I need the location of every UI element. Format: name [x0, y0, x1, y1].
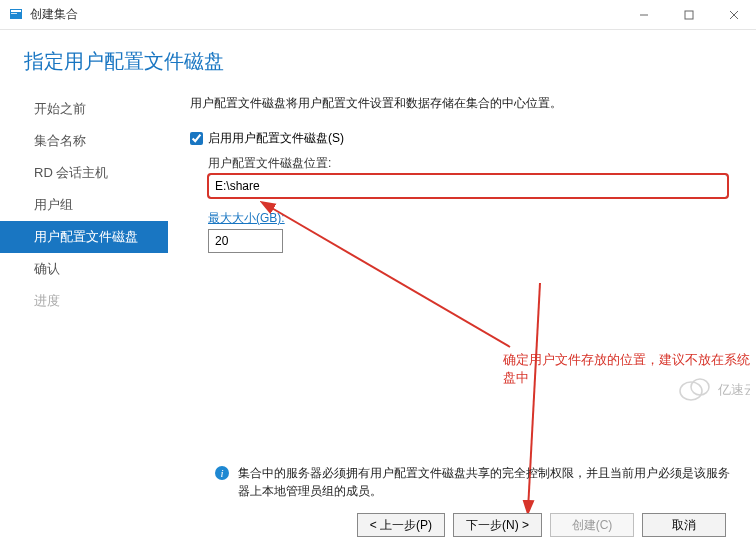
- info-row: i 集合中的服务器必须拥有用户配置文件磁盘共享的完全控制权限，并且当前用户必须是…: [214, 464, 734, 500]
- create-button: 创建(C): [550, 513, 634, 537]
- maxsize-label-link[interactable]: 最大大小(GB):: [208, 211, 285, 225]
- maximize-button[interactable]: [666, 0, 711, 30]
- svg-text:i: i: [220, 467, 223, 479]
- watermark: 亿速云: [678, 374, 750, 405]
- sidebar-item-rdhost[interactable]: RD 会话主机: [0, 157, 168, 189]
- sidebar-item-usergroup[interactable]: 用户组: [0, 189, 168, 221]
- maxsize-label: 最大大小(GB):: [208, 210, 728, 227]
- info-text: 集合中的服务器必须拥有用户配置文件磁盘共享的完全控制权限，并且当前用户必须是该服…: [238, 464, 734, 500]
- titlebar: 创建集合: [0, 0, 756, 30]
- svg-rect-4: [685, 11, 693, 19]
- button-row: < 上一步(P) 下一步(N) > 创建(C) 取消: [357, 513, 726, 537]
- sidebar-item-confirm[interactable]: 确认: [0, 253, 168, 285]
- svg-rect-1: [11, 10, 21, 12]
- prev-button[interactable]: < 上一步(P): [357, 513, 445, 537]
- enable-profile-disk-label: 启用用户配置文件磁盘(S): [208, 130, 344, 147]
- svg-text:亿速云: 亿速云: [717, 382, 750, 397]
- sidebar-item-progress: 进度: [0, 285, 168, 317]
- maxsize-input[interactable]: [208, 229, 283, 253]
- next-button[interactable]: 下一步(N) >: [453, 513, 542, 537]
- cancel-button[interactable]: 取消: [642, 513, 726, 537]
- window-title: 创建集合: [30, 6, 621, 23]
- enable-checkbox-row: 启用用户配置文件磁盘(S): [190, 130, 728, 147]
- app-icon: [8, 7, 24, 23]
- location-label: 用户配置文件磁盘位置:: [208, 155, 728, 172]
- location-input[interactable]: [208, 174, 728, 198]
- enable-profile-disk-checkbox[interactable]: [190, 132, 203, 145]
- page-heading: 指定用户配置文件磁盘: [0, 30, 756, 89]
- svg-line-7: [270, 207, 510, 347]
- sidebar-item-name[interactable]: 集合名称: [0, 125, 168, 157]
- sidebar-item-start[interactable]: 开始之前: [0, 93, 168, 125]
- window-controls: [621, 0, 756, 29]
- description-text: 用户配置文件磁盘将用户配置文件设置和数据存储在集合的中心位置。: [190, 95, 728, 112]
- main-panel: 用户配置文件磁盘将用户配置文件设置和数据存储在集合的中心位置。 启用用户配置文件…: [168, 89, 756, 524]
- info-icon: i: [214, 465, 230, 500]
- minimize-button[interactable]: [621, 0, 666, 30]
- svg-rect-2: [11, 13, 17, 14]
- wizard-sidebar: 开始之前 集合名称 RD 会话主机 用户组 用户配置文件磁盘 确认 进度: [0, 89, 168, 524]
- content-area: 开始之前 集合名称 RD 会话主机 用户组 用户配置文件磁盘 确认 进度 用户配…: [0, 89, 756, 524]
- close-button[interactable]: [711, 0, 756, 30]
- sidebar-item-profiledisk[interactable]: 用户配置文件磁盘: [0, 221, 168, 253]
